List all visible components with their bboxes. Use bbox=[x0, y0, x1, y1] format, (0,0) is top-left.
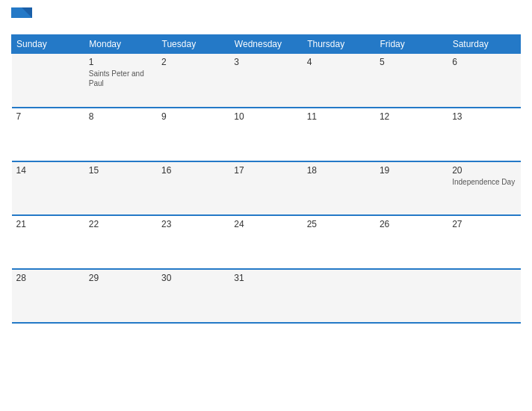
day-number: 22 bbox=[89, 219, 152, 229]
day-number: 10 bbox=[234, 111, 297, 122]
day-number: 8 bbox=[89, 111, 152, 122]
day-number: 3 bbox=[234, 57, 297, 67]
weekday-header-monday: Monday bbox=[84, 35, 157, 54]
day-number: 14 bbox=[16, 165, 80, 176]
calendar-cell: 4 bbox=[303, 54, 375, 108]
calendar-cell: 11 bbox=[303, 108, 375, 161]
calendar-page: SundayMondayTuesdayWednesdayThursdayFrid… bbox=[0, 0, 532, 411]
calendar-cell bbox=[448, 269, 520, 323]
week-row-5: 28293031 bbox=[12, 269, 521, 323]
calendar-cell: 26 bbox=[375, 215, 448, 269]
calendar-cell: 17 bbox=[229, 161, 302, 215]
day-number: 21 bbox=[16, 219, 80, 229]
day-number: 28 bbox=[16, 273, 80, 283]
logo bbox=[11, 7, 35, 28]
calendar-cell: 29 bbox=[84, 269, 157, 323]
calendar-cell: 2 bbox=[157, 54, 229, 108]
day-number: 17 bbox=[234, 165, 297, 176]
svg-rect-2 bbox=[11, 18, 32, 28]
day-number: 27 bbox=[452, 219, 516, 229]
calendar-cell: 12 bbox=[375, 108, 448, 161]
day-number: 29 bbox=[89, 273, 152, 283]
calendar-cell: 22 bbox=[84, 215, 157, 269]
day-number: 9 bbox=[161, 111, 225, 122]
calendar-cell: 9 bbox=[157, 108, 229, 161]
weekday-header-saturday: Saturday bbox=[448, 35, 520, 54]
calendar-cell: 14 bbox=[12, 161, 84, 215]
calendar-cell: 13 bbox=[448, 108, 520, 161]
day-number: 23 bbox=[161, 219, 225, 229]
calendar-cell bbox=[12, 54, 84, 108]
calendar-cell bbox=[303, 269, 375, 323]
day-number: 26 bbox=[380, 219, 443, 229]
weekday-header-thursday: Thursday bbox=[303, 35, 375, 54]
day-number: 16 bbox=[161, 165, 225, 176]
day-number: 13 bbox=[452, 111, 516, 122]
day-number: 20 bbox=[452, 165, 516, 176]
day-number: 2 bbox=[161, 57, 225, 67]
holiday-label: Saints Peter and Paul bbox=[89, 69, 152, 88]
weekday-header-wednesday: Wednesday bbox=[229, 35, 302, 54]
day-number: 18 bbox=[307, 165, 371, 176]
calendar-cell: 5 bbox=[375, 54, 448, 108]
weekday-header-sunday: Sunday bbox=[12, 35, 84, 54]
calendar-cell: 28 bbox=[12, 269, 84, 323]
day-number: 19 bbox=[380, 165, 443, 176]
day-number: 30 bbox=[161, 273, 225, 283]
calendar-cell: 31 bbox=[229, 269, 302, 323]
calendar-cell: 15 bbox=[84, 161, 157, 215]
day-number: 7 bbox=[16, 111, 80, 122]
calendar-cell: 23 bbox=[157, 215, 229, 269]
day-number: 1 bbox=[89, 57, 152, 67]
calendar-cell bbox=[375, 269, 448, 323]
calendar-cell: 18 bbox=[303, 161, 375, 215]
calendar-cell: 25 bbox=[303, 215, 375, 269]
day-number: 25 bbox=[307, 219, 371, 229]
calendar-cell: 30 bbox=[157, 269, 229, 323]
calendar-cell: 20Independence Day bbox=[448, 161, 520, 215]
calendar-cell: 3 bbox=[229, 54, 302, 108]
weekday-header-row: SundayMondayTuesdayWednesdayThursdayFrid… bbox=[12, 35, 521, 54]
day-number: 31 bbox=[234, 273, 297, 283]
calendar-cell: 10 bbox=[229, 108, 302, 161]
calendar-cell: 27 bbox=[448, 215, 520, 269]
day-number: 5 bbox=[380, 57, 443, 67]
calendar-cell: 7 bbox=[12, 108, 84, 161]
day-number: 11 bbox=[307, 111, 371, 122]
day-number: 12 bbox=[380, 111, 443, 122]
calendar-cell: 19 bbox=[375, 161, 448, 215]
week-row-2: 78910111213 bbox=[12, 108, 521, 161]
week-row-4: 21222324252627 bbox=[12, 215, 521, 269]
week-row-1: 1Saints Peter and Paul23456 bbox=[12, 54, 521, 108]
calendar-cell: 1Saints Peter and Paul bbox=[84, 54, 157, 108]
holiday-label: Independence Day bbox=[452, 177, 516, 187]
day-number: 6 bbox=[452, 57, 516, 67]
header bbox=[11, 7, 521, 28]
day-number: 15 bbox=[89, 165, 152, 176]
calendar-cell: 21 bbox=[12, 215, 84, 269]
weekday-header-friday: Friday bbox=[375, 35, 448, 54]
calendar-cell: 8 bbox=[84, 108, 157, 161]
day-number: 4 bbox=[307, 57, 371, 67]
calendar-table: SundayMondayTuesdayWednesdayThursdayFrid… bbox=[11, 34, 521, 324]
calendar-cell: 16 bbox=[157, 161, 229, 215]
logo-icon bbox=[11, 7, 32, 28]
weekday-header-tuesday: Tuesday bbox=[157, 35, 229, 54]
calendar-cell: 24 bbox=[229, 215, 302, 269]
calendar-cell: 6 bbox=[448, 54, 520, 108]
week-row-3: 14151617181920Independence Day bbox=[12, 161, 521, 215]
day-number: 24 bbox=[234, 219, 297, 229]
